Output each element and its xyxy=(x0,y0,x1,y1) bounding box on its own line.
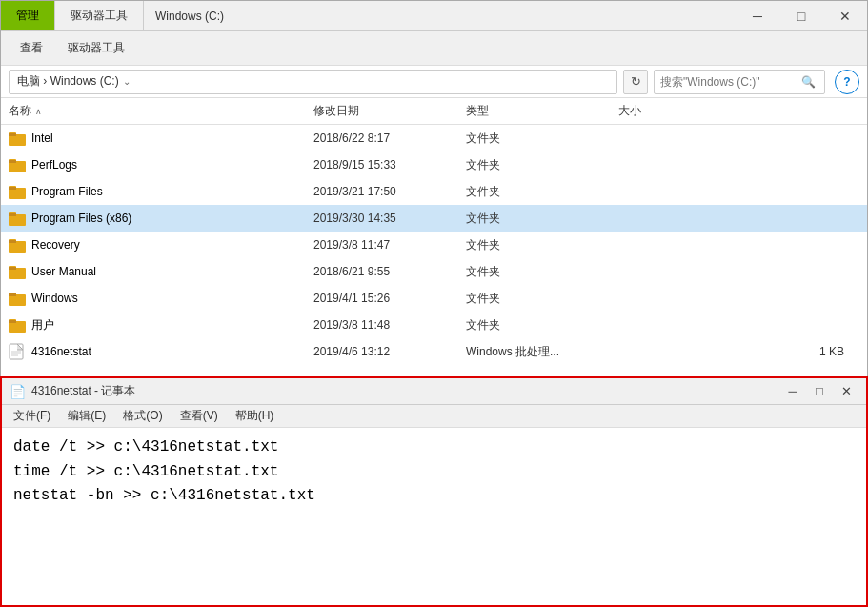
search-box: 🔍 xyxy=(654,70,825,94)
file-date: 2019/3/21 17:50 xyxy=(313,185,466,198)
title-bar: 管理 驱动器工具 Windows (C:) ─ □ ✕ xyxy=(1,1,867,31)
file-type: 文件夹 xyxy=(466,211,618,227)
toolbar: 查看 驱动器工具 xyxy=(1,31,867,66)
address-bar: 电脑 › Windows (C:) ⌄ ↻ 🔍 ? xyxy=(1,66,867,98)
file-row[interactable]: Program Files2019/3/21 17:50文件夹 xyxy=(1,178,867,205)
file-date: 2019/4/6 13:12 xyxy=(313,345,466,358)
minimize-button[interactable]: ─ xyxy=(736,1,779,31)
file-name: 用户 xyxy=(31,317,313,334)
tab-manage[interactable]: 管理 xyxy=(1,1,55,30)
title-controls: ─ □ ✕ xyxy=(736,1,867,30)
svg-rect-14 xyxy=(9,240,16,243)
tab-manage-label: 管理 xyxy=(16,8,39,24)
col-name-header[interactable]: 名称 ∧ xyxy=(9,103,313,119)
address-path[interactable]: 电脑 › Windows (C:) ⌄ xyxy=(9,70,617,94)
window-title: Windows (C:) xyxy=(144,1,736,30)
file-row[interactable]: Recovery2019/3/8 11:47文件夹 xyxy=(1,232,867,258)
svg-rect-2 xyxy=(9,133,16,136)
file-name: Intel xyxy=(31,132,313,145)
svg-rect-8 xyxy=(9,187,16,190)
notepad-menu-file[interactable]: 文件(F) xyxy=(6,406,58,426)
notepad-controls: ─ □ ✕ xyxy=(780,382,858,401)
notepad-window: 📄 4316netstat - 记事本 ─ □ ✕ 文件(F) 编辑(E) 格式… xyxy=(0,376,868,607)
column-headers: 名称 ∧ 修改日期 类型 大小 xyxy=(1,98,867,125)
notepad-content[interactable]: date /t >> c:\4316netstat.txt time /t >>… xyxy=(2,428,866,605)
address-chevron-icon[interactable]: ⌄ xyxy=(119,76,134,87)
folder-icon xyxy=(9,152,28,178)
explorer-window: 管理 驱动器工具 Windows (C:) ─ □ ✕ 查看 驱动器工具 电脑 … xyxy=(0,0,868,381)
file-row[interactable]: PerfLogs2018/9/15 15:33文件夹 xyxy=(1,152,867,178)
sort-arrow-icon: ∧ xyxy=(35,107,42,116)
toolbar-drive-tools-button[interactable]: 驱动器工具 xyxy=(56,36,136,60)
notepad-icon: 📄 xyxy=(10,384,26,399)
notepad-title-text: 4316netstat - 记事本 xyxy=(31,383,775,399)
file-date: 2019/3/8 11:48 xyxy=(313,318,466,332)
file-type: 文件夹 xyxy=(466,237,618,253)
svg-rect-23 xyxy=(9,320,16,323)
file-name: 4316netstat xyxy=(31,345,313,358)
file-type: 文件夹 xyxy=(466,317,618,334)
file-row[interactable]: 4316netstat2019/4/6 13:12Windows 批处理...1… xyxy=(1,338,867,365)
close-button[interactable]: ✕ xyxy=(823,1,867,31)
notepad-menu-view[interactable]: 查看(V) xyxy=(172,406,226,426)
svg-rect-5 xyxy=(9,160,16,163)
file-name: Program Files (x86) xyxy=(31,212,313,225)
notepad-menu-edit[interactable]: 编辑(E) xyxy=(60,406,113,426)
folder-icon xyxy=(9,178,28,205)
refresh-button[interactable]: ↻ xyxy=(623,70,648,94)
notepad-title-bar: 📄 4316netstat - 记事本 ─ □ ✕ xyxy=(2,378,866,405)
svg-rect-17 xyxy=(9,267,16,270)
folder-icon xyxy=(9,258,28,285)
toolbar-view-button[interactable]: 查看 xyxy=(9,36,54,60)
file-list: Intel2018/6/22 8:17文件夹 PerfLogs2018/9/15… xyxy=(1,125,867,380)
col-date-header[interactable]: 修改日期 xyxy=(313,103,466,119)
notepad-menubar: 文件(F) 编辑(E) 格式(O) 查看(V) 帮助(H) xyxy=(2,405,866,428)
file-type: 文件夹 xyxy=(466,131,618,147)
file-name: User Manual xyxy=(31,265,313,278)
tab-drive-tools[interactable]: 驱动器工具 xyxy=(55,1,144,30)
svg-rect-20 xyxy=(9,293,16,296)
file-type: 文件夹 xyxy=(466,184,618,200)
folder-icon xyxy=(9,285,28,312)
file-type: 文件夹 xyxy=(466,264,618,280)
notepad-maximize-button[interactable]: □ xyxy=(807,382,832,401)
file-size: 1 KB xyxy=(618,345,859,358)
col-type-header[interactable]: 类型 xyxy=(466,103,618,119)
file-row[interactable]: User Manual2018/6/21 9:55文件夹 xyxy=(1,258,867,285)
file-date: 2019/3/30 14:35 xyxy=(313,212,466,225)
file-type: 文件夹 xyxy=(466,291,618,307)
folder-icon xyxy=(9,205,28,232)
file-date: 2019/4/1 15:26 xyxy=(313,292,466,305)
folder-icon xyxy=(9,232,28,258)
notepad-menu-format[interactable]: 格式(O) xyxy=(115,406,170,426)
notepad-close-button[interactable]: ✕ xyxy=(834,382,858,401)
file-date: 2018/6/21 9:55 xyxy=(313,265,466,278)
file-name: Program Files xyxy=(31,185,313,198)
help-button[interactable]: ? xyxy=(835,70,859,94)
file-icon xyxy=(9,338,28,365)
file-row[interactable]: 用户2019/3/8 11:48文件夹 xyxy=(1,312,867,338)
notepad-minimize-button[interactable]: ─ xyxy=(780,382,805,401)
file-type: 文件夹 xyxy=(466,157,618,173)
folder-icon xyxy=(9,312,28,338)
search-input[interactable] xyxy=(655,75,796,89)
file-name: Recovery xyxy=(31,238,313,252)
svg-rect-11 xyxy=(9,213,16,216)
search-icon[interactable]: 🔍 xyxy=(796,70,820,94)
tab-drive-tools-label: 驱动器工具 xyxy=(71,8,128,24)
file-date: 2019/3/8 11:47 xyxy=(313,238,466,252)
file-date: 2018/9/15 15:33 xyxy=(313,158,466,172)
file-type: Windows 批处理... xyxy=(466,344,618,360)
file-row[interactable]: Program Files (x86)2019/3/30 14:35文件夹 xyxy=(1,205,867,232)
file-name: Windows xyxy=(31,292,313,305)
file-date: 2018/6/22 8:17 xyxy=(313,132,466,145)
notepad-menu-help[interactable]: 帮助(H) xyxy=(228,406,282,426)
file-row[interactable]: Intel2018/6/22 8:17文件夹 xyxy=(1,125,867,152)
folder-icon xyxy=(9,125,28,152)
maximize-button[interactable]: □ xyxy=(779,1,823,31)
file-name: PerfLogs xyxy=(31,158,313,172)
col-size-header[interactable]: 大小 xyxy=(618,103,859,119)
file-row[interactable]: Windows2019/4/1 15:26文件夹 xyxy=(1,285,867,312)
